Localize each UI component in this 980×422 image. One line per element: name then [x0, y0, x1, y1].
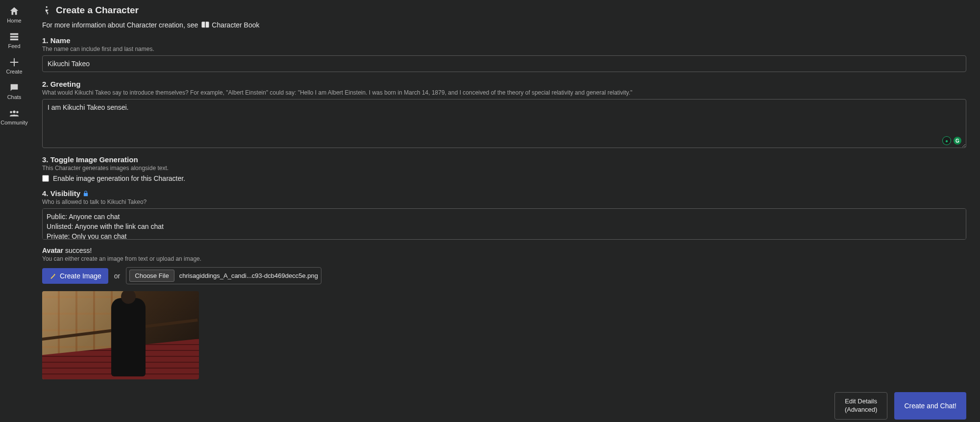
greeting-section-hint: What would Kikuchi Takeo say to introduc…: [42, 89, 966, 96]
nav-feed[interactable]: Feed: [0, 27, 28, 53]
sidebar: Home Feed Create Chats Community: [0, 0, 28, 422]
choose-file-button[interactable]: Choose File: [129, 270, 174, 282]
main-content: Create a Character For more information …: [28, 0, 980, 422]
wand-icon: [49, 272, 57, 280]
create-image-button-label: Create Image: [60, 272, 101, 280]
imagegen-section-label: 3. Toggle Image Generation: [42, 155, 966, 164]
nav-home[interactable]: Home: [0, 2, 28, 27]
name-section-hint: The name can include first and last name…: [42, 46, 966, 52]
greeting-section-label: 2. Greeting: [42, 80, 966, 88]
character-book-link[interactable]: Character Book: [201, 21, 259, 29]
character-book-link-text: Character Book: [212, 21, 259, 29]
edit-details-button[interactable]: Edit Details (Advanced): [834, 392, 887, 420]
nav-chats-label: Chats: [7, 94, 22, 100]
create-image-button[interactable]: Create Image: [42, 268, 108, 284]
nav-create-label: Create: [6, 69, 22, 74]
visibility-label-text: 4. Visibility: [42, 189, 80, 198]
nav-community-label: Community: [0, 120, 28, 125]
nav-chats[interactable]: Chats: [0, 78, 28, 104]
avatar-upload-row: Create Image or Choose File chrisagiddin…: [42, 267, 966, 284]
running-person-icon: [42, 5, 52, 15]
subtitle-row: For more information about Character cre…: [42, 21, 966, 29]
visibility-option-public[interactable]: Public: Anyone can chat: [47, 212, 962, 222]
book-icon: [201, 21, 210, 29]
subtitle-pre: For more information about Character cre…: [42, 21, 198, 29]
page-title-text: Create a Character: [56, 5, 139, 16]
create-and-chat-button[interactable]: Create and Chat!: [894, 392, 966, 420]
avatar-preview-image: [42, 291, 199, 379]
visibility-option-unlisted[interactable]: Unlisted: Anyone with the link can chat: [47, 222, 962, 231]
avatar-section-header: Avatar success!: [42, 247, 966, 254]
plus-icon: [9, 57, 20, 68]
page-title: Create a Character: [42, 5, 966, 16]
or-text: or: [114, 272, 120, 280]
nav-home-label: Home: [7, 18, 21, 24]
imagegen-checkbox-label: Enable image generation for this Charact…: [53, 174, 185, 182]
chat-icon: [9, 82, 20, 93]
avatar-label: Avatar: [42, 247, 63, 254]
grammar-badge-1[interactable]: ●: [943, 137, 951, 145]
visibility-select[interactable]: Public: Anyone can chat Unlisted: Anyone…: [42, 208, 966, 240]
feed-icon: [9, 31, 20, 42]
home-icon: [9, 6, 20, 17]
grammar-badge-2[interactable]: G: [954, 137, 961, 145]
visibility-section-hint: Who is allowed to talk to Kikuchi Takeo?: [42, 199, 966, 205]
footer-buttons: Edit Details (Advanced) Create and Chat!: [42, 392, 966, 420]
imagegen-checkbox[interactable]: [42, 175, 49, 182]
name-input[interactable]: [42, 55, 966, 72]
nav-community[interactable]: Community: [0, 104, 28, 129]
greeting-textarea[interactable]: [42, 99, 966, 148]
avatar-status: success!: [65, 247, 92, 254]
grammar-badges: ● G: [943, 137, 961, 145]
file-picker: Choose File chrisagiddings_A_candi...c93…: [126, 267, 321, 284]
nav-feed-label: Feed: [8, 43, 20, 49]
visibility-option-private[interactable]: Private: Only you can chat: [47, 231, 962, 240]
lock-icon: [82, 190, 89, 197]
imagegen-section-hint: This Character generates images alongsid…: [42, 165, 966, 172]
visibility-section-label: 4. Visibility: [42, 189, 966, 198]
chosen-file-name: chrisagiddings_A_candi...c93-dcb469decc5…: [179, 272, 318, 279]
nav-create[interactable]: Create: [0, 53, 28, 78]
edit-details-line1: Edit Details: [845, 397, 877, 405]
community-icon: [9, 108, 20, 119]
edit-details-line2: (Advanced): [845, 406, 877, 413]
avatar-section-hint: You can either create an image from text…: [42, 255, 966, 262]
imagegen-checkbox-row[interactable]: Enable image generation for this Charact…: [42, 174, 966, 182]
name-section-label: 1. Name: [42, 36, 966, 45]
